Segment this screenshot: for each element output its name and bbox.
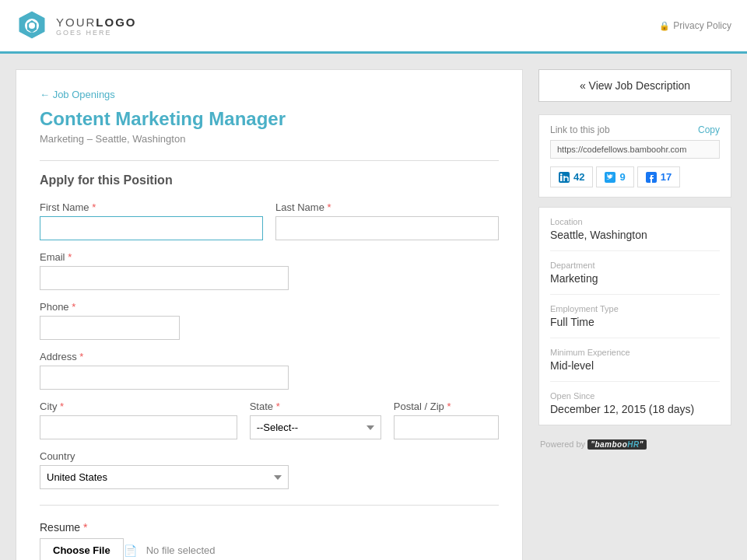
address-row: Address * — [40, 351, 499, 390]
address-label: Address * — [40, 351, 499, 362]
file-upload-row: Choose File 📄 No file selected — [40, 538, 499, 560]
twitter-share-button[interactable]: 9 — [596, 166, 633, 187]
logo-icon — [16, 9, 48, 42]
state-group: State * --Select-- — [250, 401, 381, 439]
resume-label: Resume * — [40, 521, 87, 534]
copy-button[interactable]: Copy — [698, 124, 720, 135]
last-name-input[interactable] — [275, 216, 499, 240]
country-select[interactable]: United States — [40, 465, 289, 489]
zip-label: Postal / Zip * — [394, 401, 499, 412]
name-row: First Name * Last Name * — [40, 201, 499, 240]
first-name-group: First Name * — [40, 201, 263, 240]
location-row: Location Seattle, Washington — [550, 208, 720, 251]
svg-point-10 — [560, 173, 563, 176]
location-label: Location — [550, 217, 720, 226]
department-row: Department Marketing — [550, 251, 720, 295]
link-section: Link to this job Copy https://codefellow… — [538, 114, 731, 198]
email-input[interactable] — [40, 266, 289, 290]
open-since-row: Open Since December 12, 2015 (18 days) — [550, 382, 720, 425]
city-label: City * — [40, 401, 237, 412]
choose-file-button[interactable]: Choose File — [40, 538, 124, 560]
linkedin-share-button[interactable]: 42 — [550, 166, 593, 187]
link-url: https://codefellows.bamboohr.com — [550, 140, 720, 159]
last-name-group: Last Name * — [275, 201, 499, 240]
view-job-description-button[interactable]: « View Job Description — [538, 69, 731, 102]
last-name-label: Last Name * — [275, 201, 499, 213]
privacy-policy-link[interactable]: Privacy Policy — [673, 20, 731, 31]
location-value: Seattle, Washington — [550, 229, 720, 241]
breadcrumb: Job Openings — [40, 89, 499, 100]
email-group: Email * — [40, 251, 499, 290]
open-since-value: December 12, 2015 (18 days) — [550, 403, 720, 415]
info-panel: Location Seattle, Washington Department … — [538, 207, 731, 425]
employment-type-row: Employment Type Full Time — [550, 295, 720, 338]
email-row: Email * — [40, 251, 499, 290]
country-label: Country — [40, 450, 499, 462]
city-input[interactable] — [40, 415, 237, 439]
phone-group: Phone * — [40, 301, 499, 340]
first-name-label: First Name * — [40, 201, 263, 213]
logo-sub: GOES HERE — [56, 29, 137, 37]
file-status: No file selected — [146, 544, 216, 556]
link-header: Link to this job Copy — [550, 124, 720, 135]
phone-input[interactable] — [40, 316, 180, 340]
first-name-input[interactable] — [40, 216, 263, 240]
min-exp-value: Mid-level — [550, 359, 720, 372]
left-panel: Job Openings Content Marketing Manager M… — [16, 69, 523, 560]
job-openings-link[interactable]: Job Openings — [40, 89, 115, 100]
address-input[interactable] — [40, 366, 289, 390]
svg-rect-9 — [560, 176, 563, 181]
email-label: Email * — [40, 251, 499, 263]
bamboohr-logo: "bambooHR" — [587, 439, 647, 450]
powered-by: Powered by "bambooHR" — [538, 435, 731, 454]
facebook-icon — [646, 172, 657, 183]
logo-area: YOURLOGO GOES HERE — [16, 9, 137, 42]
job-meta: Marketing – Seattle, Washington — [40, 133, 499, 145]
divider-1 — [40, 160, 499, 161]
link-to-job-label: Link to this job — [550, 124, 610, 135]
logo-text: YOURLOGO GOES HERE — [56, 16, 137, 37]
city-state-zip-row: City * State * --Select-- Postal / Zip * — [40, 401, 499, 439]
divider-2 — [40, 505, 499, 506]
min-exp-row: Minimum Experience Mid-level — [550, 338, 720, 382]
state-label: State * — [250, 401, 381, 412]
open-since-label: Open Since — [550, 391, 720, 401]
apply-section-title: Apply for this Position — [40, 173, 499, 187]
main-layout: Job Openings Content Marketing Manager M… — [0, 54, 747, 560]
address-group: Address * — [40, 351, 499, 390]
city-group: City * — [40, 401, 237, 439]
department-value: Marketing — [550, 272, 720, 285]
lock-icon: 🔒 — [659, 21, 670, 31]
header-right: 🔒 Privacy Policy — [659, 20, 731, 31]
header: YOURLOGO GOES HERE 🔒 Privacy Policy — [0, 0, 747, 54]
employment-type-label: Employment Type — [550, 304, 720, 313]
zip-group: Postal / Zip * — [394, 401, 499, 439]
file-icon: 📄 — [124, 544, 137, 557]
zip-input[interactable] — [394, 415, 499, 439]
country-row: Country United States — [40, 450, 499, 489]
facebook-share-button[interactable]: 17 — [637, 166, 680, 187]
linkedin-icon — [559, 172, 570, 183]
social-row: 42 9 17 — [550, 166, 720, 187]
department-label: Department — [550, 261, 720, 270]
min-exp-label: Minimum Experience — [550, 348, 720, 357]
logo-brand: YOURLOGO — [56, 16, 137, 29]
phone-row: Phone * — [40, 301, 499, 340]
right-panel: « View Job Description Link to this job … — [538, 69, 731, 454]
employment-type-value: Full Time — [550, 316, 720, 328]
state-select[interactable]: --Select-- — [250, 415, 381, 439]
resume-section: Resume * Choose File 📄 No file selected — [40, 521, 499, 560]
svg-point-3 — [29, 23, 35, 29]
phone-label: Phone * — [40, 301, 499, 313]
job-title: Content Marketing Manager — [40, 108, 499, 130]
twitter-icon — [605, 172, 615, 183]
country-group: Country United States — [40, 450, 499, 489]
